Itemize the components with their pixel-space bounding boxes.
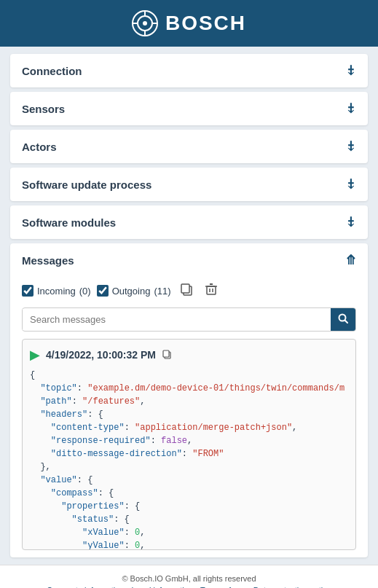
accordion-connection: Connection ⤈ — [10, 54, 368, 87]
copy-messages-button[interactable] — [177, 281, 196, 300]
accordion-software-modules-header[interactable]: Software modules ⤈ — [10, 205, 368, 239]
chevron-up-icon: ⤊ — [345, 252, 356, 268]
message-area: ▶ 4/19/2022, 10:00:32 PM { "topic": "exa… — [22, 339, 356, 550]
outgoing-checkbox-label[interactable]: Outgoing (11) — [97, 285, 171, 297]
accordion-software-modules: Software modules ⤈ — [10, 205, 368, 239]
message-area-inner[interactable]: ▶ 4/19/2022, 10:00:32 PM { "topic": "exa… — [23, 340, 355, 549]
accordion-connection-title: Connection — [22, 65, 82, 77]
timestamp-text: 4/19/2022, 10:00:32 PM — [46, 349, 156, 361]
accordion-actors-header[interactable]: Actors ⤈ — [10, 130, 368, 163]
app-header: BOSCH — [0, 0, 378, 47]
chevron-down-icon: ⤈ — [345, 63, 356, 79]
svg-line-15 — [345, 321, 348, 324]
bosch-logo-icon — [132, 10, 158, 36]
svg-rect-8 — [181, 284, 189, 293]
play-icon: ▶ — [30, 347, 40, 363]
incoming-count: (0) — [79, 286, 91, 297]
search-input[interactable] — [23, 309, 331, 330]
outgoing-count: (11) — [154, 286, 170, 297]
accordion-actors: Actors ⤈ — [10, 130, 368, 163]
svg-rect-17 — [163, 350, 169, 357]
chevron-down-icon: ⤈ — [345, 138, 356, 154]
delete-messages-button[interactable] — [202, 281, 221, 300]
accordion-software-update-header[interactable]: Software update process ⤈ — [10, 168, 368, 201]
search-bar — [22, 307, 356, 332]
messages-toolbar: Incoming (0) Outgoing (11) — [10, 277, 368, 307]
outgoing-label: Outgoing — [112, 286, 151, 297]
accordion-sensors-title: Sensors — [22, 103, 65, 115]
accordion-connection-header[interactable]: Connection ⤈ — [10, 54, 368, 87]
messages-title: Messages — [22, 254, 74, 267]
accordion-actors-title: Actors — [22, 141, 57, 153]
copy-message-button[interactable] — [162, 349, 172, 361]
accordion-software-update: Software update process ⤈ — [10, 168, 368, 201]
messages-section: Messages ⤊ Incoming (0) Outgoing (11) — [10, 243, 368, 557]
svg-point-2 — [143, 21, 147, 26]
app-title: BOSCH — [165, 12, 246, 35]
footer-copyright: © Bosch.IO GmbH, all rights reserved — [122, 574, 256, 583]
main-content: Connection ⤈ Sensors ⤈ Actors ⤈ Software… — [0, 47, 378, 565]
incoming-checkbox[interactable] — [22, 285, 34, 297]
accordion-sensors: Sensors ⤈ — [10, 92, 368, 125]
chevron-down-icon: ⤈ — [345, 214, 356, 230]
chevron-down-icon: ⤈ — [345, 176, 356, 192]
message-timestamp: ▶ 4/19/2022, 10:00:32 PM — [30, 347, 348, 363]
chevron-down-icon: ⤈ — [345, 101, 356, 117]
incoming-label: Incoming — [37, 286, 76, 297]
search-button[interactable] — [331, 308, 355, 331]
messages-header[interactable]: Messages ⤊ — [10, 243, 368, 277]
outgoing-checkbox[interactable] — [97, 285, 109, 297]
footer: © Bosch.IO GmbH, all rights reserved Cor… — [0, 565, 378, 588]
accordion-sensors-header[interactable]: Sensors ⤈ — [10, 92, 368, 125]
svg-rect-9 — [207, 286, 216, 294]
incoming-checkbox-label[interactable]: Incoming (0) — [22, 285, 91, 297]
message-code: { "topic": "example.dm/demo-device-01/th… — [30, 369, 348, 549]
accordion-software-modules-title: Software modules — [22, 216, 116, 229]
accordion-software-update-title: Software update process — [22, 179, 151, 191]
